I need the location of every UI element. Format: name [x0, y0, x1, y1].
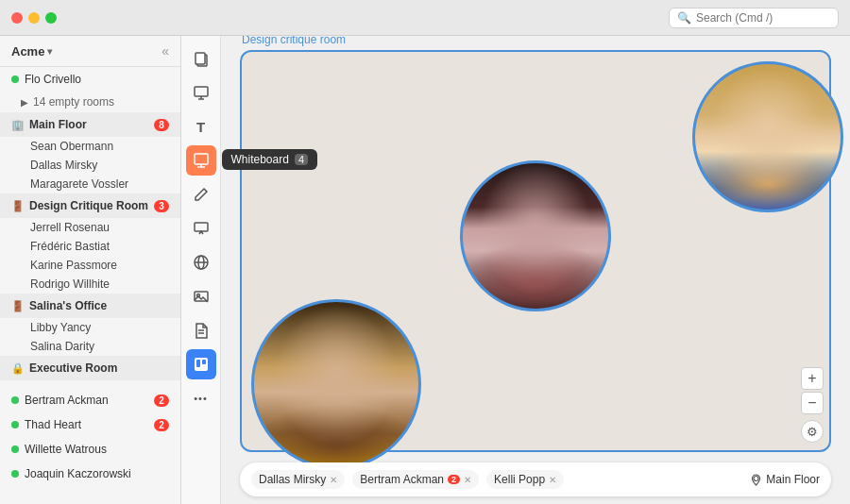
list-item[interactable]: Sean Obermann: [0, 137, 180, 156]
lock-icon: 🔒: [11, 362, 25, 375]
participant-badge: 2: [448, 475, 460, 484]
svg-rect-18: [202, 360, 206, 364]
minimize-button[interactable]: [28, 12, 40, 24]
org-name[interactable]: Acme ▾: [11, 44, 52, 59]
svg-rect-1: [196, 53, 205, 64]
content-area: Design critique room + − ⚙ Dallas Mirsky…: [221, 36, 850, 504]
avatar: [692, 61, 843, 212]
svg-rect-5: [195, 154, 208, 164]
list-item[interactable]: Salina Darity: [0, 337, 180, 356]
list-item[interactable]: Rodrigo Willhite: [0, 275, 180, 294]
sidebar-item-design-critique[interactable]: 🚪 Design Critique Room 3: [0, 193, 180, 218]
main-layout: Acme ▾ « Flo Crivello ▶ 14 empty rooms 🏢…: [0, 36, 850, 504]
screen-tool-button[interactable]: [186, 77, 216, 108]
chevron-down-icon: ▾: [47, 46, 52, 57]
list-item[interactable]: Maragarete Vossler: [0, 175, 180, 193]
user-badge: 2: [154, 395, 169, 407]
room-title-group: 🏢 Main Floor: [11, 118, 87, 131]
sidebar-item-main-floor[interactable]: 🏢 Main Floor 8: [0, 112, 180, 137]
whiteboard-tool-button[interactable]: Whiteboard 4: [186, 145, 216, 176]
online-users-section: [0, 380, 180, 388]
image-tool-button[interactable]: [186, 281, 216, 311]
zoom-controls: + − ⚙: [801, 367, 824, 443]
user-name: Bertram Ackman: [25, 394, 109, 407]
copy-tool-button[interactable]: [186, 43, 216, 74]
list-item[interactable]: Karine Passmore: [0, 256, 180, 275]
svg-rect-2: [195, 87, 208, 96]
room-title-group: 🚪 Design Critique Room: [11, 199, 148, 212]
room-title-group: 🚪 Salina's Office: [11, 299, 107, 312]
executive-room-title: Executive Room: [29, 361, 117, 375]
list-item[interactable]: Dallas Mirsky: [0, 156, 180, 175]
empty-rooms-label: 14 empty rooms: [33, 95, 114, 109]
location-icon: [750, 474, 762, 486]
room-title-group: 🔒 Executive Room: [11, 361, 117, 375]
whiteboard-tooltip: Whiteboard 4: [222, 149, 318, 170]
settings-button[interactable]: ⚙: [801, 420, 824, 443]
participant-name: Dallas Mirsky: [259, 473, 326, 486]
avatar: [460, 160, 611, 311]
svg-point-19: [754, 476, 758, 480]
list-item[interactable]: Libby Yancy: [0, 318, 180, 337]
zoom-in-button[interactable]: +: [801, 367, 824, 390]
main-floor-badge: 8: [154, 119, 169, 131]
list-item[interactable]: Joaquin Kaczorowski: [0, 462, 180, 486]
more-tools-button[interactable]: •••: [186, 383, 216, 413]
list-item[interactable]: Bertram Ackman 2: [0, 388, 180, 412]
trello-tool-button[interactable]: [186, 349, 216, 379]
room-label: Design critique room: [242, 36, 346, 46]
globe-tool-button[interactable]: [186, 247, 216, 277]
sidebar: Acme ▾ « Flo Crivello ▶ 14 empty rooms 🏢…: [0, 36, 181, 504]
close-button[interactable]: [11, 12, 23, 24]
participant-chip[interactable]: Bertram Ackman 2 ✕: [352, 470, 479, 489]
participant-chip[interactable]: Dallas Mirsky ✕: [251, 470, 345, 489]
current-user: Flo Crivello: [0, 67, 180, 92]
chevron-right-icon: ▶: [21, 97, 28, 108]
user-name: Thad Heart: [25, 418, 81, 431]
empty-rooms[interactable]: ▶ 14 empty rooms: [0, 92, 180, 112]
status-dot: [11, 396, 19, 404]
sidebar-item-executive-room[interactable]: 🔒 Executive Room: [0, 356, 180, 380]
zoom-out-button[interactable]: −: [801, 392, 824, 414]
list-item[interactable]: Jerrell Rosenau: [0, 218, 180, 237]
location-label: Main Floor: [766, 473, 820, 486]
design-critique-badge: 3: [154, 200, 169, 212]
bottom-bar: Dallas Mirsky ✕ Bertram Ackman 2 ✕ Kelli…: [240, 462, 831, 496]
status-dot: [11, 445, 19, 453]
status-dot: [11, 421, 19, 428]
search-icon: 🔍: [677, 11, 691, 25]
list-item[interactable]: Frédéric Bastiat: [0, 237, 180, 256]
search-bar[interactable]: 🔍: [669, 8, 839, 28]
remove-participant-button[interactable]: ✕: [464, 475, 471, 485]
svg-rect-17: [196, 360, 200, 367]
text-icon: T: [196, 119, 205, 135]
current-user-name: Flo Crivello: [25, 73, 81, 86]
video-room: Design critique room: [240, 50, 831, 452]
text-tool-button[interactable]: T: [186, 111, 216, 142]
tooltip-badge: 4: [295, 154, 308, 165]
user-badge: 2: [154, 419, 169, 431]
remove-participant-button[interactable]: ✕: [330, 475, 337, 485]
participant-chip[interactable]: Kelli Popp ✕: [486, 470, 564, 489]
present-tool-button[interactable]: [186, 213, 216, 244]
design-critique-title: Design Critique Room: [29, 199, 148, 212]
more-icon: •••: [194, 393, 208, 404]
org-name-text: Acme: [11, 44, 44, 59]
participant-name: Bertram Ackman: [360, 473, 444, 486]
collapse-sidebar-button[interactable]: «: [162, 43, 169, 59]
title-bar: 🔍: [0, 0, 850, 36]
list-item[interactable]: Thad Heart 2: [0, 412, 180, 437]
remove-participant-button[interactable]: ✕: [549, 475, 556, 485]
main-floor-title: Main Floor: [29, 118, 87, 131]
location-chip[interactable]: Main Floor: [750, 473, 820, 486]
status-dot: [11, 470, 19, 478]
edit-tool-button[interactable]: [186, 179, 216, 210]
participant-name: Kelli Popp: [494, 473, 545, 486]
list-item[interactable]: Willette Watrous: [0, 437, 180, 462]
doc-tool-button[interactable]: [186, 315, 216, 345]
search-input[interactable]: [696, 11, 830, 25]
sidebar-item-salinas-office[interactable]: 🚪 Salina's Office: [0, 294, 180, 318]
maximize-button[interactable]: [45, 12, 57, 24]
user-status-dot: [11, 76, 19, 83]
sidebar-header: Acme ▾ «: [0, 36, 180, 67]
